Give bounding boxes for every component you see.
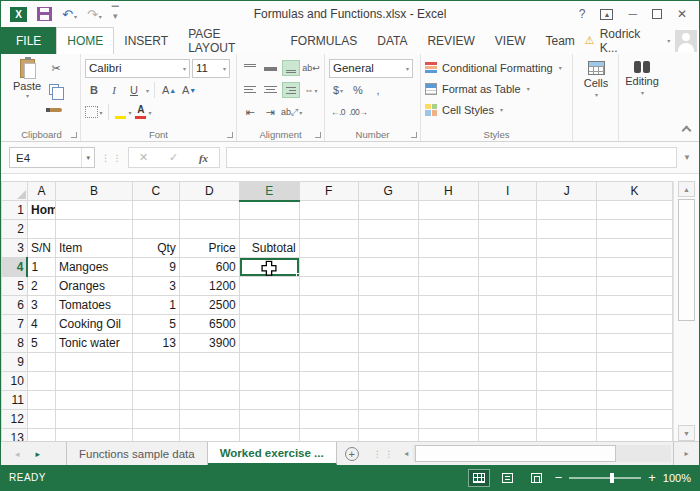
collapse-ribbon-button[interactable] [682, 126, 692, 136]
row-header-5[interactable]: 5 [2, 277, 28, 296]
underline-dropdown-icon[interactable]: ▾ [146, 87, 149, 94]
cell-B11[interactable] [55, 391, 132, 410]
insert-function-button[interactable]: fx [189, 152, 219, 164]
normal-view-button[interactable] [468, 469, 490, 487]
cell-G13[interactable] [358, 429, 418, 442]
row-header-12[interactable]: 12 [2, 410, 28, 429]
cell-C6[interactable]: 1 [132, 296, 179, 315]
cancel-button[interactable]: ✕ [129, 151, 159, 164]
row-header-11[interactable]: 11 [2, 391, 28, 410]
cell-C3[interactable]: Qty [132, 239, 179, 258]
bottom-align-button[interactable] [282, 60, 300, 76]
cell-C13[interactable] [132, 429, 179, 442]
cell-G8[interactable] [358, 334, 418, 353]
cell-D5[interactable]: 1200 [179, 277, 239, 296]
font-name-select[interactable]: Calibri▾ [85, 59, 190, 78]
cell-B8[interactable]: Tonic water [55, 334, 132, 353]
cell-D4[interactable]: 600 [179, 258, 239, 277]
cell-C9[interactable] [132, 353, 179, 372]
cell-F11[interactable] [299, 391, 358, 410]
cell-I3[interactable] [479, 239, 537, 258]
cell-D7[interactable]: 6500 [179, 315, 239, 334]
formula-bar-grip[interactable]: ⋮ ⋮ [101, 153, 122, 163]
number-dialog-launcher[interactable] [411, 132, 417, 138]
cell-E9[interactable] [239, 353, 299, 372]
next-sheet-button[interactable]: ▸ [36, 449, 41, 459]
cell-J2[interactable] [537, 220, 597, 239]
tab-data[interactable]: DATA [367, 27, 417, 54]
cell-A9[interactable] [27, 353, 55, 372]
tab-view[interactable]: VIEW [485, 27, 536, 54]
cell-K13[interactable] [597, 429, 673, 442]
cell-I5[interactable] [479, 277, 537, 296]
decrease-indent-button[interactable]: ⇤ [241, 103, 259, 121]
account-area[interactable]: ⚠ Rodrick K... ▾ [585, 27, 699, 54]
format-as-table-button[interactable]: Format as Table▾ [425, 78, 568, 99]
cell-H10[interactable] [418, 372, 479, 391]
cell-J3[interactable] [537, 239, 597, 258]
cell-H4[interactable] [418, 258, 479, 277]
cell-J6[interactable] [537, 296, 597, 315]
cell-C7[interactable]: 5 [132, 315, 179, 334]
row-header-6[interactable]: 6 [2, 296, 28, 315]
previous-sheet-button[interactable]: ◂ [15, 449, 20, 459]
cell-D2[interactable] [179, 220, 239, 239]
cell-K8[interactable] [597, 334, 673, 353]
undo-button[interactable]: ↶▾ [62, 5, 77, 23]
clipboard-dialog-launcher[interactable] [71, 132, 77, 138]
cell-G2[interactable] [358, 220, 418, 239]
cell-K1[interactable] [597, 201, 673, 220]
cell-A3[interactable]: S/N [27, 239, 55, 258]
cell-F4[interactable] [299, 258, 358, 277]
sheet-tab-worked-exercise[interactable]: Worked exercise ... [208, 442, 337, 465]
cell-A2[interactable] [27, 220, 55, 239]
expand-formula-bar-icon[interactable]: ▼ [683, 153, 691, 162]
cell-D1[interactable] [179, 201, 239, 220]
borders-button[interactable]: ▾ [85, 103, 103, 121]
font-dialog-launcher[interactable] [227, 132, 233, 138]
row-header-7[interactable]: 7 [2, 315, 28, 334]
cell-H6[interactable] [418, 296, 479, 315]
cell-A6[interactable]: 3 [27, 296, 55, 315]
enter-button[interactable]: ✓ [159, 151, 189, 164]
align-right-button[interactable] [282, 82, 300, 98]
cell-H8[interactable] [418, 334, 479, 353]
cell-D10[interactable] [179, 372, 239, 391]
sheet-tab-functions-sample-data[interactable]: Functions sample data [67, 442, 208, 465]
cell-B4[interactable]: Mangoes [55, 258, 132, 277]
column-header-J[interactable]: J [537, 182, 597, 201]
cell-I11[interactable] [479, 391, 537, 410]
cell-H5[interactable] [418, 277, 479, 296]
cell-B7[interactable]: Cooking Oil [55, 315, 132, 334]
alignment-dialog-launcher[interactable] [315, 132, 321, 138]
cell-J13[interactable] [537, 429, 597, 442]
column-header-E[interactable]: E [239, 182, 299, 201]
cell-D8[interactable]: 3900 [179, 334, 239, 353]
editing-button[interactable]: Editing ▾ [623, 57, 661, 96]
cell-F12[interactable] [299, 410, 358, 429]
cell-I9[interactable] [479, 353, 537, 372]
cell-D13[interactable] [179, 429, 239, 442]
cell-C5[interactable]: 3 [132, 277, 179, 296]
close-button[interactable]: ✕ [677, 7, 687, 21]
middle-align-button[interactable] [261, 60, 279, 76]
select-all-corner[interactable] [2, 182, 28, 201]
cell-J12[interactable] [537, 410, 597, 429]
increase-decimal-button[interactable]: ←.0 [329, 103, 347, 121]
row-header-1[interactable]: 1 [2, 201, 28, 220]
cell-D12[interactable] [179, 410, 239, 429]
row-header-8[interactable]: 8 [2, 334, 28, 353]
cell-E2[interactable] [239, 220, 299, 239]
row-header-4[interactable]: 4 [2, 258, 28, 277]
cell-styles-button[interactable]: Cell Styles▾ [425, 99, 568, 120]
redo-button[interactable]: ↷▾ [87, 5, 102, 23]
cell-B3[interactable]: Item [55, 239, 132, 258]
row-header-13[interactable]: 13 [2, 429, 28, 442]
tabbar-grip[interactable]: ⋮ ⋮ [367, 442, 400, 465]
zoom-out-button[interactable]: − [555, 471, 563, 484]
cell-A8[interactable]: 5 [27, 334, 55, 353]
cell-G7[interactable] [358, 315, 418, 334]
cell-G5[interactable] [358, 277, 418, 296]
cell-E6[interactable] [239, 296, 299, 315]
cell-I4[interactable] [479, 258, 537, 277]
